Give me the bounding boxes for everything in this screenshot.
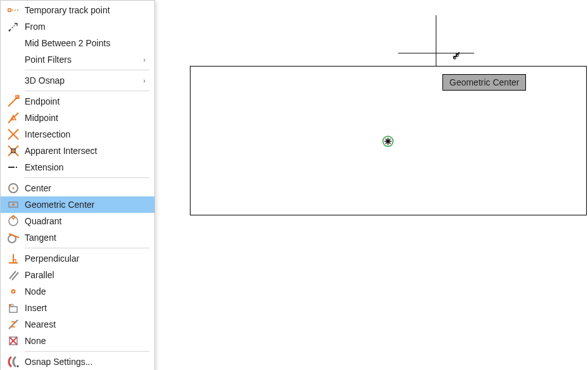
menu-item-center[interactable]: Center: [1, 180, 154, 196]
menu-item-label: 3D Osnap: [21, 75, 139, 86]
menu-separator: [25, 248, 149, 248]
menu-item-none[interactable]: None: [1, 333, 154, 349]
menu-item-midpoint[interactable]: Midpoint: [1, 110, 154, 126]
menu-item-label: Mid Between 2 Points: [21, 38, 149, 48]
parallel-icon: [6, 269, 21, 281]
menu-item-extension[interactable]: Extension: [1, 159, 154, 175]
mid-between-two-points-icon: [6, 37, 21, 49]
quadrant-icon: [6, 215, 21, 227]
menu-item-label: Center: [21, 183, 149, 193]
menu-item-geometric-center[interactable]: Geometric Center: [1, 196, 154, 213]
menu-item-label: Midpoint: [21, 113, 149, 123]
submenu-arrow-icon: ›: [139, 56, 149, 63]
midpoint-icon: [6, 112, 21, 124]
menu-item-label: Node: [21, 286, 149, 297]
menu-item-label: Osnap Settings...: [21, 357, 149, 367]
menu-item-tangent[interactable]: Tangent: [1, 229, 154, 246]
menu-item-perpendicular[interactable]: Perpendicular: [1, 250, 154, 267]
none-icon: [6, 335, 21, 347]
menu-item-label: Point Filters: [21, 54, 139, 65]
submenu-arrow-icon: ›: [139, 77, 149, 84]
osnap-context-menu: Temporary track pointFromMid Between 2 P…: [0, 0, 155, 370]
menu-item-label: From: [21, 22, 149, 32]
endpoint-icon: [6, 95, 21, 108]
menu-item-node[interactable]: Node: [1, 283, 154, 300]
menu-separator: [25, 177, 149, 178]
menu-item-label: Geometric Center: [21, 200, 149, 210]
perpendicular-icon: [6, 252, 21, 265]
menu-item-osnap-settings[interactable]: Osnap Settings...: [1, 354, 154, 370]
crosshair-cursor: [436, 22, 437, 22]
node-icon: [6, 285, 21, 298]
geometric-center-snap-marker: [382, 135, 394, 148]
nearest-icon: [6, 318, 21, 331]
osnap-3d-icon: [6, 74, 21, 87]
menu-item-mid-between-two-points[interactable]: Mid Between 2 Points: [1, 35, 154, 51]
menu-item-label: Temporary track point: [21, 5, 149, 15]
menu-item-point-filters[interactable]: Point Filters›: [1, 51, 154, 68]
snap-tooltip: Geometric Center: [442, 74, 526, 91]
center-icon: [6, 182, 21, 195]
menu-item-apparent-intersect[interactable]: Apparent Intersect: [1, 143, 154, 159]
menu-item-label: Tangent: [21, 233, 149, 243]
menu-item-label: Insert: [21, 303, 149, 313]
menu-item-quadrant[interactable]: Quadrant: [1, 213, 154, 229]
from-icon: [6, 20, 21, 33]
extension-icon: [6, 161, 21, 174]
menu-item-label: Perpendicular: [21, 253, 149, 264]
menu-item-label: None: [21, 336, 149, 346]
menu-item-label: Extension: [21, 162, 149, 172]
pickbox-icon: [452, 51, 461, 60]
menu-item-osnap-3d[interactable]: 3D Osnap›: [1, 72, 154, 89]
tangent-icon: [6, 231, 21, 244]
menu-item-from[interactable]: From: [1, 18, 154, 35]
drawing-canvas[interactable]: [190, 66, 587, 215]
menu-item-intersection[interactable]: Intersection: [1, 126, 154, 143]
osnap-settings-icon: [6, 355, 21, 368]
menu-item-label: Apparent Intersect: [21, 146, 149, 156]
geometric-center-icon: [6, 198, 21, 211]
menu-item-nearest[interactable]: Nearest: [1, 316, 154, 333]
menu-item-label: Quadrant: [21, 216, 149, 226]
menu-item-temporary-track-point[interactable]: Temporary track point: [1, 2, 154, 18]
menu-item-label: Nearest: [21, 319, 149, 329]
insert-icon: [6, 302, 21, 314]
intersection-icon: [6, 128, 21, 141]
apparent-intersect-icon: [6, 144, 21, 157]
menu-item-endpoint[interactable]: Endpoint: [1, 93, 154, 110]
menu-item-label: Intersection: [21, 129, 149, 139]
menu-separator: [25, 91, 149, 91]
menu-item-insert[interactable]: Insert: [1, 300, 154, 316]
point-filters-icon: [6, 53, 21, 66]
menu-separator: [25, 351, 149, 352]
menu-item-parallel[interactable]: Parallel: [1, 267, 154, 283]
menu-item-label: Endpoint: [21, 96, 149, 106]
menu-item-label: Parallel: [21, 270, 149, 280]
temporary-track-point-icon: [6, 4, 21, 16]
menu-separator: [25, 70, 149, 70]
